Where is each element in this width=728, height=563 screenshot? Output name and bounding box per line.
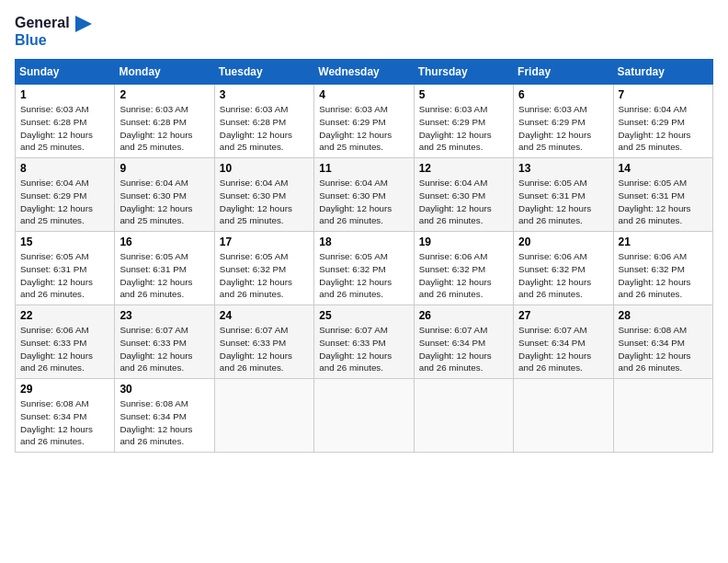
day-number: 17 bbox=[220, 236, 309, 248]
day-info: Sunrise: 6:04 AMSunset: 6:29 PMDaylight:… bbox=[619, 103, 708, 154]
day-number: 1 bbox=[20, 88, 109, 101]
logo: General Blue bbox=[15, 15, 92, 48]
day-number: 13 bbox=[518, 162, 608, 175]
day-number: 5 bbox=[419, 88, 508, 101]
day-cell bbox=[314, 379, 414, 453]
weekday-thursday: Thursday bbox=[414, 60, 513, 85]
day-info: Sunrise: 6:03 AMSunset: 6:28 PMDaylight:… bbox=[20, 103, 109, 154]
day-number: 10 bbox=[220, 162, 309, 175]
day-number: 26 bbox=[419, 309, 508, 322]
day-cell: 22Sunrise: 6:06 AMSunset: 6:33 PMDayligh… bbox=[16, 305, 115, 379]
day-number: 6 bbox=[518, 88, 608, 101]
day-cell: 17Sunrise: 6:05 AMSunset: 6:32 PMDayligh… bbox=[214, 232, 313, 305]
day-cell: 5Sunrise: 6:03 AMSunset: 6:29 PMDaylight… bbox=[414, 85, 513, 158]
day-info: Sunrise: 6:03 AMSunset: 6:29 PMDaylight:… bbox=[518, 103, 608, 154]
day-info: Sunrise: 6:07 AMSunset: 6:34 PMDaylight:… bbox=[518, 324, 608, 374]
day-cell: 23Sunrise: 6:07 AMSunset: 6:33 PMDayligh… bbox=[115, 305, 214, 379]
day-number: 7 bbox=[619, 88, 708, 101]
calendar-header: General Blue bbox=[15, 15, 713, 48]
day-cell: 4Sunrise: 6:03 AMSunset: 6:29 PMDaylight… bbox=[314, 85, 414, 158]
day-info: Sunrise: 6:05 AMSunset: 6:32 PMDaylight:… bbox=[220, 250, 309, 301]
day-info: Sunrise: 6:08 AMSunset: 6:34 PMDaylight:… bbox=[20, 397, 109, 448]
day-info: Sunrise: 6:05 AMSunset: 6:31 PMDaylight:… bbox=[20, 250, 109, 301]
day-cell: 15Sunrise: 6:05 AMSunset: 6:31 PMDayligh… bbox=[16, 232, 115, 305]
week-row-2: 8Sunrise: 6:04 AMSunset: 6:29 PMDaylight… bbox=[16, 158, 713, 232]
day-cell: 21Sunrise: 6:06 AMSunset: 6:32 PMDayligh… bbox=[613, 232, 712, 305]
day-cell: 24Sunrise: 6:07 AMSunset: 6:33 PMDayligh… bbox=[214, 305, 313, 379]
day-number: 20 bbox=[518, 236, 608, 248]
svg-marker-0 bbox=[75, 16, 92, 32]
week-row-3: 15Sunrise: 6:05 AMSunset: 6:31 PMDayligh… bbox=[16, 232, 713, 305]
weekday-sunday: Sunday bbox=[16, 60, 115, 85]
day-info: Sunrise: 6:07 AMSunset: 6:33 PMDaylight:… bbox=[119, 324, 209, 374]
day-info: Sunrise: 6:07 AMSunset: 6:33 PMDaylight:… bbox=[220, 324, 309, 374]
day-cell: 16Sunrise: 6:05 AMSunset: 6:31 PMDayligh… bbox=[115, 232, 214, 305]
calendar-body: 1Sunrise: 6:03 AMSunset: 6:28 PMDaylight… bbox=[16, 85, 713, 453]
day-info: Sunrise: 6:04 AMSunset: 6:30 PMDaylight:… bbox=[419, 177, 508, 227]
week-row-5: 29Sunrise: 6:08 AMSunset: 6:34 PMDayligh… bbox=[16, 379, 713, 453]
day-info: Sunrise: 6:04 AMSunset: 6:30 PMDaylight:… bbox=[220, 177, 309, 227]
day-info: Sunrise: 6:06 AMSunset: 6:33 PMDaylight:… bbox=[20, 324, 109, 374]
day-info: Sunrise: 6:05 AMSunset: 6:31 PMDaylight:… bbox=[119, 250, 209, 301]
day-cell: 3Sunrise: 6:03 AMSunset: 6:28 PMDaylight… bbox=[214, 85, 313, 158]
day-number: 9 bbox=[119, 162, 209, 175]
day-cell: 9Sunrise: 6:04 AMSunset: 6:30 PMDaylight… bbox=[115, 158, 214, 232]
day-info: Sunrise: 6:03 AMSunset: 6:29 PMDaylight:… bbox=[419, 103, 508, 154]
day-info: Sunrise: 6:07 AMSunset: 6:33 PMDaylight:… bbox=[319, 324, 408, 374]
day-number: 19 bbox=[419, 236, 508, 248]
day-number: 14 bbox=[619, 162, 708, 175]
day-cell: 12Sunrise: 6:04 AMSunset: 6:30 PMDayligh… bbox=[414, 158, 513, 232]
day-number: 8 bbox=[20, 162, 109, 175]
day-info: Sunrise: 6:05 AMSunset: 6:32 PMDaylight:… bbox=[319, 250, 408, 301]
week-row-4: 22Sunrise: 6:06 AMSunset: 6:33 PMDayligh… bbox=[16, 305, 713, 379]
day-number: 27 bbox=[518, 309, 608, 322]
day-cell: 19Sunrise: 6:06 AMSunset: 6:32 PMDayligh… bbox=[414, 232, 513, 305]
weekday-tuesday: Tuesday bbox=[214, 60, 313, 85]
day-cell: 18Sunrise: 6:05 AMSunset: 6:32 PMDayligh… bbox=[314, 232, 414, 305]
day-cell: 26Sunrise: 6:07 AMSunset: 6:34 PMDayligh… bbox=[414, 305, 513, 379]
day-info: Sunrise: 6:04 AMSunset: 6:29 PMDaylight:… bbox=[20, 177, 109, 227]
week-row-1: 1Sunrise: 6:03 AMSunset: 6:28 PMDaylight… bbox=[16, 85, 713, 158]
day-info: Sunrise: 6:04 AMSunset: 6:30 PMDaylight:… bbox=[119, 177, 209, 227]
day-cell: 20Sunrise: 6:06 AMSunset: 6:32 PMDayligh… bbox=[514, 232, 613, 305]
day-info: Sunrise: 6:04 AMSunset: 6:30 PMDaylight:… bbox=[319, 177, 408, 227]
day-cell bbox=[514, 379, 613, 453]
day-cell bbox=[214, 379, 313, 453]
day-info: Sunrise: 6:03 AMSunset: 6:28 PMDaylight:… bbox=[220, 103, 309, 154]
weekday-monday: Monday bbox=[115, 60, 214, 85]
day-info: Sunrise: 6:03 AMSunset: 6:28 PMDaylight:… bbox=[119, 103, 209, 154]
day-number: 21 bbox=[619, 236, 708, 248]
logo-general: General bbox=[15, 15, 70, 30]
day-info: Sunrise: 6:08 AMSunset: 6:34 PMDaylight:… bbox=[619, 324, 708, 374]
day-number: 18 bbox=[319, 236, 408, 248]
logo-arrow-icon bbox=[75, 16, 92, 32]
day-number: 23 bbox=[119, 309, 209, 322]
logo-blue: Blue bbox=[15, 32, 47, 48]
day-cell: 13Sunrise: 6:05 AMSunset: 6:31 PMDayligh… bbox=[514, 158, 613, 232]
day-info: Sunrise: 6:05 AMSunset: 6:31 PMDaylight:… bbox=[619, 177, 708, 227]
day-cell: 1Sunrise: 6:03 AMSunset: 6:28 PMDaylight… bbox=[16, 85, 115, 158]
day-number: 3 bbox=[220, 88, 309, 101]
day-cell: 28Sunrise: 6:08 AMSunset: 6:34 PMDayligh… bbox=[613, 305, 712, 379]
day-info: Sunrise: 6:05 AMSunset: 6:31 PMDaylight:… bbox=[518, 177, 608, 227]
day-cell: 29Sunrise: 6:08 AMSunset: 6:34 PMDayligh… bbox=[16, 379, 115, 453]
day-info: Sunrise: 6:03 AMSunset: 6:29 PMDaylight:… bbox=[319, 103, 408, 154]
day-number: 30 bbox=[119, 383, 209, 396]
day-cell: 8Sunrise: 6:04 AMSunset: 6:29 PMDaylight… bbox=[16, 158, 115, 232]
day-cell bbox=[613, 379, 712, 453]
day-number: 15 bbox=[20, 236, 109, 248]
day-cell: 14Sunrise: 6:05 AMSunset: 6:31 PMDayligh… bbox=[613, 158, 712, 232]
weekday-saturday: Saturday bbox=[613, 60, 712, 85]
day-cell: 10Sunrise: 6:04 AMSunset: 6:30 PMDayligh… bbox=[214, 158, 313, 232]
day-number: 22 bbox=[20, 309, 109, 322]
weekday-header-row: SundayMondayTuesdayWednesdayThursdayFrid… bbox=[16, 60, 713, 85]
day-number: 2 bbox=[119, 88, 209, 101]
day-number: 16 bbox=[119, 236, 209, 248]
day-cell: 30Sunrise: 6:08 AMSunset: 6:34 PMDayligh… bbox=[115, 379, 214, 453]
day-cell: 7Sunrise: 6:04 AMSunset: 6:29 PMDaylight… bbox=[613, 85, 712, 158]
day-number: 11 bbox=[319, 162, 408, 175]
day-info: Sunrise: 6:06 AMSunset: 6:32 PMDaylight:… bbox=[518, 250, 608, 301]
calendar-table: SundayMondayTuesdayWednesdayThursdayFrid… bbox=[15, 59, 713, 453]
day-cell: 27Sunrise: 6:07 AMSunset: 6:34 PMDayligh… bbox=[514, 305, 613, 379]
day-cell bbox=[414, 379, 513, 453]
